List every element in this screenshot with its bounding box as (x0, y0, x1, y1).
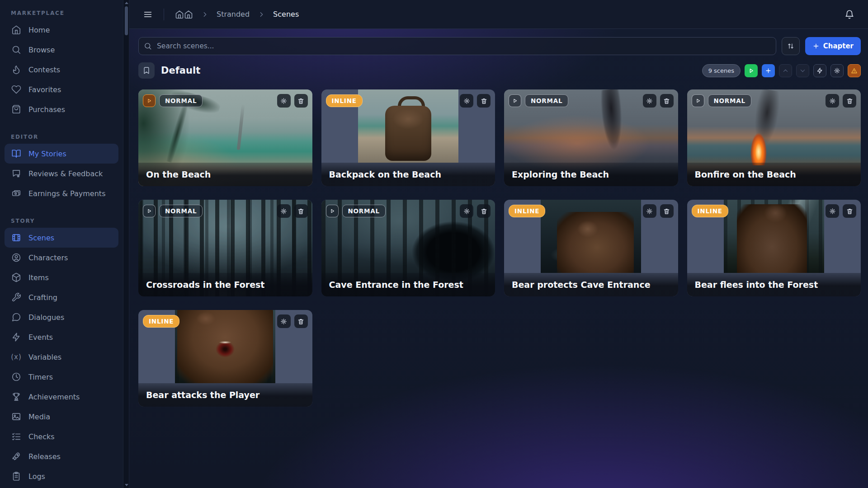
chapter-actions: 9 scenes (702, 64, 861, 77)
sidebar-item-favorites[interactable]: Favorites (5, 80, 118, 99)
sidebar-item-media[interactable]: Media (5, 407, 118, 427)
scene-type-badge: NORMAL (708, 94, 751, 107)
sidebar-item-my-stories[interactable]: My Stories (5, 144, 118, 164)
scene-card-overlay: NORMAL (326, 204, 491, 218)
scene-card-overlay: INLINE (509, 204, 674, 218)
scene-delete-button[interactable] (477, 204, 491, 218)
chapter-settings-button[interactable] (830, 64, 844, 77)
scene-card-overlay: NORMAL (692, 94, 857, 108)
chapter-move-up-button[interactable] (779, 64, 792, 77)
sidebar-section-story: STORY Scenes Characters Items Crafting D… (0, 211, 123, 486)
add-chapter-button[interactable]: Chapter (805, 37, 861, 55)
sidebar-item-crafting[interactable]: Crafting (5, 287, 118, 307)
scene-type-badge: NORMAL (159, 94, 203, 107)
scene-title-bar: Cave Entrance in the Forest (321, 273, 495, 296)
scene-card-backpack-on-the-beach[interactable]: INLINE Backpack on the Beach (321, 89, 495, 186)
scene-card-bonfire-on-the-beach[interactable]: NORMAL Bonfire on the Beach (687, 89, 861, 186)
scene-play-button[interactable] (143, 94, 156, 107)
gear-icon (646, 98, 653, 104)
sidebar-item-contests[interactable]: Contests (5, 60, 118, 80)
scene-delete-button[interactable] (294, 314, 308, 328)
scene-card-on-the-beach[interactable]: NORMAL On the Beach (138, 89, 312, 186)
scene-type-badge: INLINE (692, 205, 728, 217)
scene-play-button[interactable] (143, 205, 156, 217)
scene-delete-button[interactable] (477, 94, 491, 108)
scene-card-bear-protects-cave-entrance[interactable]: INLINE Bear protects Cave Entrance (504, 200, 678, 296)
sidebar-item-browse[interactable]: Browse (5, 40, 118, 60)
scene-play-button[interactable] (692, 94, 704, 107)
image-icon (11, 411, 22, 422)
scene-card-crossroads-in-the-forest[interactable]: NORMAL Crossroads in the Forest (138, 200, 312, 296)
scene-settings-button[interactable] (643, 204, 656, 218)
scroll-down-arrow-icon[interactable] (125, 484, 128, 486)
scene-play-button[interactable] (509, 94, 521, 107)
scene-title-bar: Bear attacks the Player (138, 383, 312, 407)
breadcrumb-story[interactable]: Stranded (217, 10, 250, 19)
sidebar-item-releases[interactable]: Releases (5, 446, 118, 466)
chapter-events-button[interactable] (813, 64, 826, 77)
chapter-move-down-button[interactable] (796, 64, 809, 77)
sidebar-item-timers[interactable]: Timers (5, 367, 118, 387)
chevron-right-icon (201, 11, 208, 18)
sort-button[interactable] (782, 37, 800, 55)
scene-play-button[interactable] (326, 205, 339, 217)
scene-title: Bonfire on the Beach (695, 169, 796, 179)
scene-card-exploring-the-beach[interactable]: NORMAL Exploring the Beach (504, 89, 678, 186)
breadcrumb-home-icon[interactable] (175, 10, 193, 19)
sidebar-item-checks[interactable]: Checks (5, 427, 118, 446)
notifications-bell-button[interactable] (844, 9, 854, 19)
sidebar-item-home[interactable]: Home (5, 20, 118, 40)
scene-delete-button[interactable] (843, 204, 856, 218)
scene-delete-button[interactable] (294, 204, 308, 218)
scene-settings-button[interactable] (460, 204, 473, 218)
chapter-play-button[interactable] (745, 64, 758, 77)
scroll-up-arrow-icon[interactable] (125, 2, 128, 4)
scene-delete-button[interactable] (843, 94, 856, 108)
scene-settings-button[interactable] (277, 94, 291, 108)
checklist-icon (11, 431, 22, 442)
sidebar-item-logs[interactable]: Logs (5, 466, 118, 486)
scene-type-badge: NORMAL (525, 94, 568, 107)
sidebar-item-achievements[interactable]: Achievements (5, 387, 118, 407)
scene-title: Bear flees into the Forest (695, 280, 818, 290)
sidebar-item-scenes[interactable]: Scenes (5, 228, 118, 248)
sidebar-item-events[interactable]: Events (5, 327, 118, 347)
scene-title: Bear attacks the Player (146, 390, 259, 400)
scene-delete-button[interactable] (660, 204, 674, 218)
plus-icon (812, 42, 820, 50)
scene-delete-button[interactable] (294, 94, 308, 108)
scene-title: Crossroads in the Forest (146, 280, 264, 290)
menu-toggle-button[interactable] (143, 9, 153, 19)
chapter-warning-button[interactable] (848, 64, 861, 77)
scene-settings-button[interactable] (826, 94, 839, 108)
sidebar-item-earnings-payments[interactable]: Earnings & Payments (5, 183, 118, 203)
shopping-bag-icon (11, 104, 22, 115)
scene-settings-button[interactable] (826, 204, 839, 218)
sidebar-item-reviews-feedback[interactable]: Reviews & Feedback (5, 164, 118, 183)
sidebar-item-dialogues[interactable]: Dialogues (5, 307, 118, 327)
scene-card-bear-attacks-the-player[interactable]: INLINE Bear attacks the Player (138, 310, 312, 407)
bookmark-icon (142, 66, 151, 75)
scene-card-bear-flees-into-the-forest[interactable]: INLINE Bear flees into the Forest (687, 200, 861, 296)
sidebar-item-items[interactable]: Items (5, 267, 118, 287)
play-icon (146, 208, 152, 214)
scene-settings-button[interactable] (277, 204, 291, 218)
scene-delete-button[interactable] (660, 94, 674, 108)
chapter-add-scene-button[interactable] (762, 64, 775, 77)
scene-title: Backpack on the Beach (329, 169, 441, 179)
scene-card-cave-entrance-in-the-forest[interactable]: NORMAL Cave Entrance in the Forest (321, 200, 495, 296)
chevron-down-icon (799, 67, 806, 74)
chapter-bookmark-button[interactable] (138, 62, 155, 79)
scene-settings-button[interactable] (460, 94, 473, 108)
scene-type-badge: NORMAL (342, 205, 386, 217)
gear-icon (646, 208, 653, 215)
app-window: MARKETPLACE Home Browse Contests Favorit… (0, 0, 868, 488)
scrollbar-thumb[interactable] (125, 6, 128, 35)
scene-settings-button[interactable] (643, 94, 656, 108)
search-input[interactable] (138, 37, 776, 55)
sidebar-item-purchases[interactable]: Purchases (5, 99, 118, 119)
scene-settings-button[interactable] (277, 314, 291, 328)
sidebar-scrollbar[interactable] (123, 0, 129, 488)
sidebar-item-variables[interactable]: (x)Variables (5, 347, 118, 367)
sidebar-item-characters[interactable]: Characters (5, 248, 118, 267)
